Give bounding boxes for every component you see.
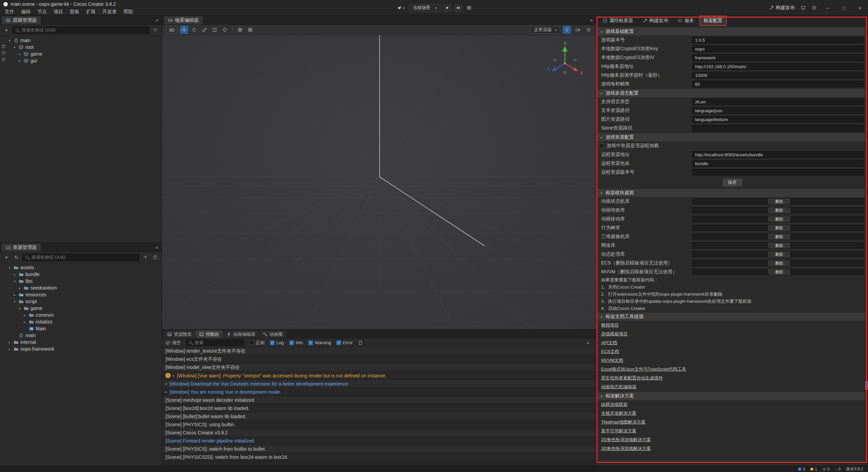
log-row[interactable]: [Window] model_view文件夹不存在 <box>162 363 596 372</box>
axis-gizmo[interactable]: Y X Z <box>545 42 585 83</box>
layout-icon[interactable] <box>801 5 806 10</box>
sort-icon[interactable] <box>13 254 20 261</box>
text-input[interactable]: language/json <box>692 107 864 114</box>
tab-框架配置[interactable]: 框架配置 <box>699 16 727 26</box>
doc-link-row[interactable]: Tiledmap地图解决方案 <box>596 418 868 427</box>
log-row[interactable]: ▸[Window] Download the Vue Devtools exte… <box>162 380 596 388</box>
menu-帮助[interactable]: 帮助 <box>120 9 136 15</box>
menu-开发者[interactable]: 开发者 <box>99 9 120 15</box>
info-count[interactable]: 3 <box>798 467 805 472</box>
doc-link-row[interactable]: 游戏模板项目 <box>596 330 868 338</box>
doc-link-row[interactable]: 原生包热更新配置自动生成插件 <box>596 374 868 382</box>
save-button[interactable]: 保存 <box>723 179 742 186</box>
console-tab-控制台[interactable]: 控制台 <box>196 330 222 338</box>
text-input[interactable]: language/texture <box>692 116 864 123</box>
tree-item-libs[interactable]: ▾libs <box>0 278 162 284</box>
hierarchy-search-input[interactable]: 搜索名称或 UUID <box>13 26 149 34</box>
menu-节点[interactable]: 节点 <box>34 9 50 15</box>
log-row[interactable]: [Scene] Forward render pipeline initiali… <box>162 437 596 445</box>
doc-link[interactable]: 全栈开发解决方案 <box>601 410 636 416</box>
doc-link-row[interactable]: 战棋游戏框架 <box>596 400 868 409</box>
doc-link[interactable]: Excel格式转Json文件与TypeScript代码工具 <box>601 366 686 372</box>
text-input[interactable] <box>692 169 864 176</box>
panel-menu-icon[interactable]: ≡ <box>156 245 158 250</box>
tree-item-gui[interactable]: ▸gui <box>0 57 162 64</box>
doc-link[interactable]: 战棋游戏框架 <box>601 401 628 408</box>
text-input[interactable]: 60 <box>692 81 864 87</box>
filter-Log[interactable]: Log <box>270 340 284 345</box>
expand-arrow-icon[interactable]: ▸ <box>13 273 17 276</box>
coordinate-mode-button[interactable] <box>236 26 244 34</box>
doc-link-row[interactable]: ECS文档 <box>596 347 868 356</box>
log-row[interactable]: [Scene] [bullet]:bullet wasm lib loaded. <box>162 412 596 420</box>
tree-item-initialize[interactable]: ▸initialize <box>0 318 162 325</box>
delete-button[interactable]: 删除 <box>768 208 790 213</box>
expand-arrow-icon[interactable]: ▸ <box>18 52 22 56</box>
text-input[interactable]: http://192.168.0.150/main/ <box>692 63 864 70</box>
filter-Info[interactable]: Info <box>289 340 303 345</box>
delete-button[interactable]: 删除 <box>768 199 790 204</box>
panel-menu-icon[interactable]: ≡ <box>590 18 593 23</box>
doc-link-row[interactable]: 全栈开发解决方案 <box>596 409 868 418</box>
console-tab-动画图[interactable]: 动画图 <box>259 330 286 338</box>
log-row[interactable]: [Window] render_texture文件夹不存在 <box>162 347 596 355</box>
doc-link-row[interactable]: 教程项目 <box>596 321 868 330</box>
hierarchy-tab[interactable]: 层级管理器 <box>2 16 41 24</box>
scrollbar[interactable] <box>865 26 868 466</box>
doc-link-row[interactable]: MVVM文档 <box>596 356 868 365</box>
expand-arrow-icon[interactable]: ▸ <box>165 390 167 394</box>
text-input[interactable] <box>692 125 864 132</box>
tree-item-main[interactable]: main <box>0 332 162 339</box>
refresh-icon[interactable] <box>152 254 159 261</box>
rect-tool-button[interactable] <box>211 26 219 34</box>
doc-link[interactable]: ECS文档 <box>601 349 619 355</box>
section-header[interactable]: ∨框架模块裁剪 <box>597 189 867 197</box>
tree-item-resources[interactable]: ▸resources <box>0 291 162 298</box>
doc-link-row[interactable]: 动画状态机编辑器 <box>596 382 868 391</box>
menu-面板[interactable]: 面板 <box>66 9 83 15</box>
menu-项目[interactable]: 项目 <box>50 9 66 15</box>
doc-link[interactable]: 新手引导解决方案 <box>601 428 636 434</box>
doc-link[interactable]: API文档 <box>601 340 617 346</box>
tree-item-Main[interactable]: TSMain <box>0 325 162 332</box>
delete-button[interactable]: 删除 <box>768 252 790 257</box>
delete-button[interactable]: 删除 <box>768 225 790 231</box>
light-toggle-button[interactable] <box>563 26 571 34</box>
text-input[interactable]: 1.0.5 <box>692 37 864 43</box>
lock-icon[interactable] <box>2 45 5 48</box>
section-header[interactable]: ∨框架解决方案 <box>597 392 867 400</box>
section-header[interactable]: ∨框架文档工具链接 <box>597 313 867 321</box>
play-button[interactable] <box>443 4 452 12</box>
expand-arrow-icon[interactable]: ▸ <box>7 340 12 344</box>
tree-item-script[interactable]: ▾script <box>0 298 162 305</box>
text-input[interactable]: zh,en <box>692 98 864 105</box>
expand-arrow-icon[interactable]: ▾ <box>13 279 17 283</box>
rotate-tool-button[interactable] <box>190 26 198 34</box>
doc-link-row[interactable]: 2D角色扮演游戏解决方案 <box>596 435 868 444</box>
expand-arrow-icon[interactable]: ▸ <box>165 382 167 386</box>
delete-button[interactable]: 删除 <box>768 260 790 266</box>
text-input[interactable]: oops <box>692 45 864 52</box>
delete-button[interactable]: 删除 <box>768 269 790 275</box>
scene-settings-button[interactable] <box>585 26 593 34</box>
render-mode-select[interactable]: 正常渲染▾ <box>531 26 560 34</box>
doc-link-row[interactable]: Excel格式转Json文件与TypeScript代码工具 <box>596 365 868 374</box>
lock-icon[interactable] <box>2 52 5 55</box>
filter-Warning[interactable]: Warning <box>308 340 331 345</box>
scene-viewport[interactable]: Y X Z <box>162 35 596 329</box>
doc-link[interactable]: 游戏模板项目 <box>601 331 628 337</box>
mode-3d-toggle[interactable]: 3D <box>165 26 178 34</box>
delete-button[interactable]: 删除 <box>768 234 790 239</box>
panel-menu-icon[interactable]: ≡ <box>156 18 158 23</box>
console-search-input[interactable]: 搜索 <box>186 339 244 346</box>
tree-item-game[interactable]: ▸game <box>0 51 162 57</box>
menu-扩展[interactable]: 扩展 <box>83 9 99 15</box>
section-header[interactable]: ∨游戏多语言配置 <box>597 89 867 97</box>
tree-item-seedrandom[interactable]: ▸seedrandom <box>0 284 162 291</box>
section-header[interactable]: ∨游戏资源配置 <box>597 133 867 141</box>
error-count[interactable]: ⊘0 <box>823 467 830 472</box>
checkbox[interactable] <box>270 340 275 345</box>
tree-item-game[interactable]: ▾game <box>0 305 162 312</box>
device-preview-button[interactable] <box>465 4 473 12</box>
filter-icon[interactable] <box>152 26 159 34</box>
